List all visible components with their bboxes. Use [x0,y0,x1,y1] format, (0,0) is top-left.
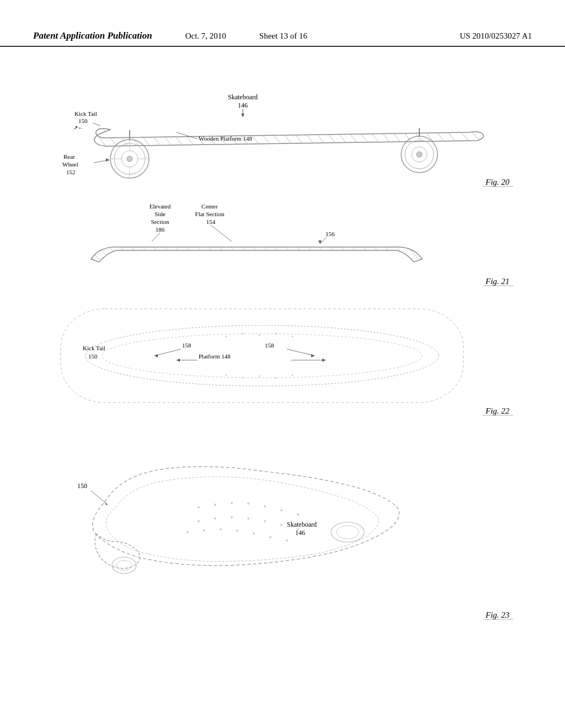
svg-point-132 [242,377,244,379]
svg-point-129 [275,333,277,335]
svg-point-156 [253,532,255,534]
svg-line-78 [83,243,110,270]
svg-point-160 [337,526,359,539]
svg-text:Fig. 22: Fig. 22 [485,406,510,415]
page-header: Patent Application Publication Oct. 7, 2… [0,30,565,47]
svg-line-76 [152,233,160,242]
diagrams-area: Skateboard 146 [33,61,532,706]
svg-line-9 [143,124,166,152]
svg-text:154: 154 [206,218,216,225]
svg-line-77 [211,225,232,242]
svg-line-11 [166,124,188,152]
svg-marker-3 [241,114,244,117]
svg-point-131 [226,374,227,376]
svg-marker-63 [106,158,109,162]
fig21-container: Elevated Side Section 186 Center Flat Se… [33,199,532,292]
svg-point-146 [214,517,216,520]
svg-point-141 [247,502,249,505]
header-title: Patent Application Publication [33,30,152,41]
svg-point-133 [259,376,260,377]
svg-text:Flat Section: Flat Section [195,211,225,217]
svg-point-127 [242,333,244,335]
svg-marker-117 [154,354,158,357]
svg-line-26 [331,124,353,152]
svg-point-144 [297,513,299,516]
svg-text:Skateboard: Skateboard [287,521,317,528]
svg-line-12 [177,124,199,152]
svg-marker-165 [104,502,108,505]
svg-line-19 [254,124,276,152]
svg-text:146: 146 [295,529,305,537]
header-patent: US 2010/0253027 A1 [460,31,532,41]
svg-text:158: 158 [182,342,191,349]
svg-marker-123 [177,358,180,362]
svg-point-157 [269,536,271,538]
svg-line-23 [298,124,320,152]
svg-text:152: 152 [66,169,76,175]
svg-text:Side: Side [154,211,166,217]
svg-text:150: 150 [77,482,87,490]
svg-point-147 [231,516,233,518]
svg-text:158: 158 [265,342,274,349]
svg-point-128 [259,335,260,336]
svg-point-42 [127,156,132,162]
fig20-container: Skateboard 146 [33,77,532,193]
svg-line-29 [364,124,386,152]
svg-point-159 [331,522,364,542]
svg-line-38 [463,124,491,152]
svg-text:Rear: Rear [63,153,75,160]
svg-line-10 [154,124,177,152]
fig23-container: 150 Skateboard 146 Fig. 23 [33,436,532,634]
fig21-svg: Elevated Side Section 186 Center Flat Se… [33,199,530,292]
svg-text:Center: Center [201,203,218,210]
svg-line-55 [93,123,100,126]
svg-line-36 [441,124,463,152]
svg-line-58 [177,132,198,139]
svg-text:↗←: ↗← [73,125,83,131]
svg-point-135 [292,374,294,376]
svg-text:Elevated: Elevated [150,203,171,210]
patent-page: Patent Application Publication Oct. 7, 2… [0,0,565,728]
fig20-svg: Skateboard 146 [33,77,530,193]
svg-point-126 [226,336,227,338]
svg-point-161 [112,557,136,574]
svg-point-138 [198,506,200,508]
svg-text:186: 186 [156,226,165,233]
svg-point-139 [214,504,216,506]
svg-line-37 [452,124,480,152]
svg-text:Kick Tail: Kick Tail [74,110,97,117]
svg-text:Kick Tail: Kick Tail [83,345,105,351]
svg-line-31 [386,124,408,152]
svg-point-50 [417,152,422,157]
svg-point-155 [236,529,238,532]
svg-text:156: 156 [326,231,335,237]
svg-point-148 [247,517,249,520]
svg-text:150: 150 [88,353,98,360]
svg-line-24 [309,124,331,152]
fig22-svg: Kick Tail 150 158 158 Platform 148 [33,303,530,425]
svg-point-150 [280,524,282,526]
svg-point-158 [286,539,288,542]
svg-text:Fig. 21: Fig. 21 [485,277,509,286]
svg-marker-125 [322,358,326,362]
svg-line-20 [265,124,287,152]
svg-point-143 [280,509,282,511]
svg-rect-110 [61,309,463,403]
svg-line-119 [287,349,315,356]
svg-marker-120 [311,354,315,357]
svg-text:Skateboard: Skateboard [228,93,258,101]
svg-point-162 [116,560,132,570]
svg-point-134 [275,377,277,379]
svg-line-25 [320,124,342,152]
svg-point-153 [203,529,205,532]
svg-point-152 [186,531,189,533]
svg-point-140 [231,502,233,504]
svg-text:Section: Section [151,218,169,225]
svg-line-107 [403,243,430,270]
svg-text:150: 150 [78,117,88,124]
svg-point-149 [264,520,266,522]
svg-text:Fig. 23: Fig. 23 [485,611,509,619]
svg-text:Wooden Platform 148: Wooden Platform 148 [199,135,252,142]
svg-text:Fig. 20: Fig. 20 [485,178,510,186]
svg-text:Wheel: Wheel [62,161,78,168]
